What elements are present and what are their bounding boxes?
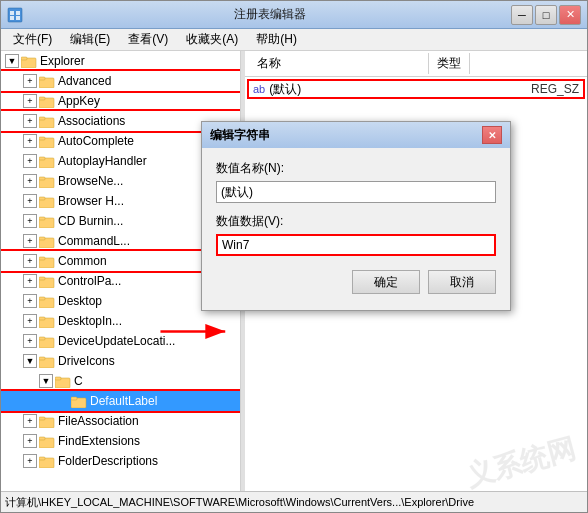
tree-item-folderdescriptions[interactable]: + FolderDescriptions bbox=[1, 451, 240, 471]
tree-item-c[interactable]: ▼ C bbox=[1, 371, 240, 391]
svg-rect-2 bbox=[16, 11, 20, 15]
folder-icon-findextensions bbox=[39, 434, 55, 448]
folder-icon-appkey bbox=[39, 94, 55, 108]
folder-icon-fileassociation bbox=[39, 414, 55, 428]
title-bar: 注册表编辑器 ─ □ ✕ bbox=[1, 1, 587, 29]
menu-favorites[interactable]: 收藏夹(A) bbox=[178, 29, 246, 50]
tree-label-autocomplete: AutoComplete bbox=[58, 134, 134, 148]
tree-item-appkey[interactable]: + AppKey bbox=[1, 91, 240, 111]
tree-label-defaultlabel: DefaultLabel bbox=[90, 394, 157, 408]
expand-autoplayhandler[interactable]: + bbox=[23, 154, 37, 168]
svg-rect-30 bbox=[39, 297, 45, 300]
title-label: 注册表编辑器 bbox=[29, 6, 511, 23]
dialog-cancel-button[interactable]: 取消 bbox=[428, 270, 496, 294]
svg-rect-18 bbox=[39, 177, 45, 180]
svg-rect-12 bbox=[39, 117, 45, 120]
folder-icon-defaultlabel bbox=[71, 394, 87, 408]
dialog-body: 数值名称(N): 数值数据(V): 确定 取消 bbox=[202, 148, 510, 310]
svg-rect-3 bbox=[10, 16, 14, 20]
expand-driveicons[interactable]: ▼ bbox=[23, 354, 37, 368]
tree-label-commonf: Common bbox=[58, 254, 107, 268]
expand-desktopin[interactable]: + bbox=[23, 314, 37, 328]
folder-icon-explorer bbox=[21, 54, 37, 68]
expand-browserh[interactable]: + bbox=[23, 194, 37, 208]
reg-item-type-default: REG_SZ bbox=[531, 82, 579, 96]
folder-icon-desktopin bbox=[39, 314, 55, 328]
dialog-close-button[interactable]: ✕ bbox=[482, 126, 502, 144]
svg-rect-20 bbox=[39, 197, 45, 200]
dialog-name-input[interactable] bbox=[216, 181, 496, 203]
dialog-name-label: 数值名称(N): bbox=[216, 160, 496, 177]
tree-item-advanced[interactable]: + Advanced bbox=[1, 71, 240, 91]
tree-item-findextensions[interactable]: + FindExtensions bbox=[1, 431, 240, 451]
svg-rect-10 bbox=[39, 97, 45, 100]
svg-rect-26 bbox=[39, 257, 45, 260]
folder-icon-desktop bbox=[39, 294, 55, 308]
tree-item-desktopin[interactable]: + DesktopIn... bbox=[1, 311, 240, 331]
minimize-button[interactable]: ─ bbox=[511, 5, 533, 25]
svg-rect-46 bbox=[39, 457, 45, 460]
svg-rect-6 bbox=[21, 57, 27, 60]
expand-advanced[interactable]: + bbox=[23, 74, 37, 88]
dialog-title-text: 编辑字符串 bbox=[210, 127, 482, 144]
tree-label-browsene: BrowseNe... bbox=[58, 174, 123, 188]
maximize-button[interactable]: □ bbox=[535, 5, 557, 25]
tree-item-driveicons[interactable]: ▼ DriveIcons bbox=[1, 351, 240, 371]
svg-rect-16 bbox=[39, 157, 45, 160]
tree-item-deviceupdate[interactable]: + DeviceUpdateLocati... bbox=[1, 331, 240, 351]
folder-icon-commonf bbox=[39, 254, 55, 268]
expand-controlpa[interactable]: + bbox=[23, 274, 37, 288]
expand-folderdescriptions[interactable]: + bbox=[23, 454, 37, 468]
expand-commonf[interactable]: + bbox=[23, 254, 37, 268]
folder-icon-autocomplete bbox=[39, 134, 55, 148]
dialog-title-bar: 编辑字符串 ✕ bbox=[202, 122, 510, 148]
tree-label-driveicons: DriveIcons bbox=[58, 354, 115, 368]
tree-label-appkey: AppKey bbox=[58, 94, 100, 108]
folder-icon-c bbox=[55, 374, 71, 388]
expand-browsene[interactable]: + bbox=[23, 174, 37, 188]
expand-fileassociation[interactable]: + bbox=[23, 414, 37, 428]
menu-help[interactable]: 帮助(H) bbox=[248, 29, 305, 50]
dialog-ok-button[interactable]: 确定 bbox=[352, 270, 420, 294]
svg-rect-4 bbox=[16, 16, 20, 20]
close-button[interactable]: ✕ bbox=[559, 5, 581, 25]
tree-label-findextensions: FindExtensions bbox=[58, 434, 140, 448]
tree-label-desktop: Desktop bbox=[58, 294, 102, 308]
dialog-buttons: 确定 取消 bbox=[216, 266, 496, 298]
expand-desktop[interactable]: + bbox=[23, 294, 37, 308]
expand-cdburnin[interactable]: + bbox=[23, 214, 37, 228]
tree-label-fileassociation: FileAssociation bbox=[58, 414, 139, 428]
expand-findextensions[interactable]: + bbox=[23, 434, 37, 448]
svg-rect-8 bbox=[39, 77, 45, 80]
expand-autocomplete[interactable]: + bbox=[23, 134, 37, 148]
menu-view[interactable]: 查看(V) bbox=[120, 29, 176, 50]
folder-icon-commandl bbox=[39, 234, 55, 248]
tree-label-deviceupdate: DeviceUpdateLocati... bbox=[58, 334, 175, 348]
menu-file[interactable]: 文件(F) bbox=[5, 29, 60, 50]
svg-rect-24 bbox=[39, 237, 45, 240]
svg-rect-36 bbox=[39, 357, 45, 360]
tree-label-controlpa: ControlPa... bbox=[58, 274, 121, 288]
tree-label-autoplayhandler: AutoplayHandler bbox=[58, 154, 147, 168]
folder-icon-associations bbox=[39, 114, 55, 128]
tree-label-associations: Associations bbox=[58, 114, 125, 128]
expand-explorer[interactable]: ▼ bbox=[5, 54, 19, 68]
expand-appkey[interactable]: + bbox=[23, 94, 37, 108]
tree-item-fileassociation[interactable]: + FileAssociation bbox=[1, 411, 240, 431]
tree-item-explorer[interactable]: ▼ Explorer bbox=[1, 51, 240, 71]
expand-commandl[interactable]: + bbox=[23, 234, 37, 248]
expand-c[interactable]: ▼ bbox=[39, 374, 53, 388]
menu-edit[interactable]: 编辑(E) bbox=[62, 29, 118, 50]
dialog-value-input[interactable] bbox=[216, 234, 496, 256]
svg-rect-14 bbox=[39, 137, 45, 140]
column-headers: 名称 类型 bbox=[245, 51, 587, 77]
expand-associations[interactable]: + bbox=[23, 114, 37, 128]
svg-rect-1 bbox=[10, 11, 14, 15]
status-text: 计算机\HKEY_LOCAL_MACHINE\SOFTWARE\Microsof… bbox=[5, 495, 474, 510]
svg-rect-34 bbox=[39, 337, 45, 340]
tree-item-defaultlabel[interactable]: DefaultLabel bbox=[1, 391, 240, 411]
registry-item-default[interactable]: ab (默认) REG_SZ bbox=[247, 79, 585, 99]
folder-icon-controlpa bbox=[39, 274, 55, 288]
edit-string-dialog[interactable]: 编辑字符串 ✕ 数值名称(N): 数值数据(V): 确定 取消 bbox=[201, 121, 511, 311]
expand-deviceupdate[interactable]: + bbox=[23, 334, 37, 348]
